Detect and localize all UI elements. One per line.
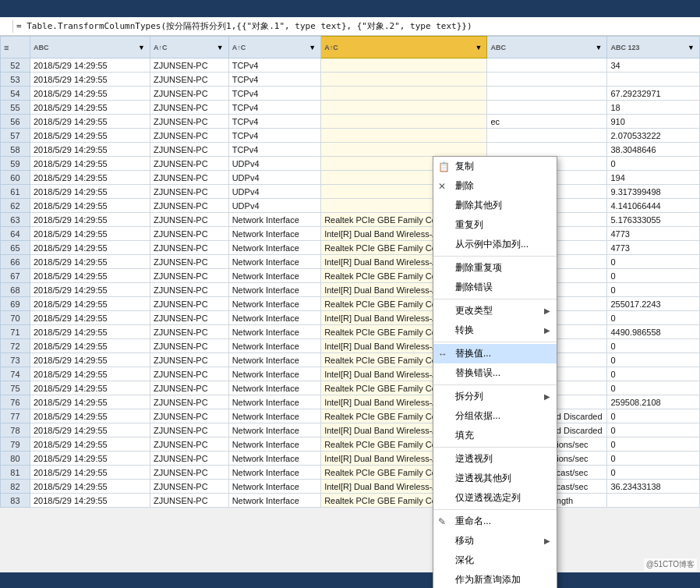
menu-item-unpivot-other[interactable]: 逆透视其他列 xyxy=(433,469,557,488)
cell-val: 194 xyxy=(607,171,700,185)
menu-label-duplicate: 重复列 xyxy=(455,218,483,232)
menu-item-delete[interactable]: ✕删除 xyxy=(433,176,557,196)
table-row: 812018/5/29 14:29:55ZJUNSEN-PCNetwork In… xyxy=(1,466,700,480)
cell-type2 xyxy=(487,129,607,143)
cell-obj1: TCPv4 xyxy=(228,101,320,115)
menu-item-split-column[interactable]: 拆分列▶ xyxy=(433,387,557,406)
cell-obj2 xyxy=(321,115,487,129)
menu-icon-replace-values: ↔ xyxy=(438,349,447,360)
menu-item-remove-duplicates[interactable]: 删除重复项 xyxy=(433,258,557,278)
col-header-computer[interactable]: A↑C ▼ xyxy=(150,37,228,58)
cell-computer: ZJUNSEN-PC xyxy=(150,227,228,241)
menu-item-remove-errors[interactable]: 删除错误 xyxy=(433,278,557,297)
col-header-obj2[interactable]: A↑C ▼ xyxy=(321,37,487,58)
cell-date: 2018/5/29 14:29:55 xyxy=(30,353,150,367)
menu-item-group-by[interactable]: 分组依据... xyxy=(433,406,557,426)
menu-item-unpivot-selected[interactable]: 仅逆透视选定列 xyxy=(433,488,557,508)
row-number: 82 xyxy=(1,480,30,494)
cell-date: 2018/5/29 14:29:55 xyxy=(30,227,150,241)
cell-obj1: Network Interface xyxy=(228,339,320,353)
context-menu: 📋复制✕删除删除其他列重复列从示例中添加列...删除重复项删除错误更改类型▶转换… xyxy=(433,156,557,588)
col-type-computer: A↑C xyxy=(154,44,168,51)
menu-item-change-type[interactable]: 更改类型▶ xyxy=(433,301,557,321)
row-number: 53 xyxy=(1,73,30,87)
menu-item-drill-down[interactable]: 深化 xyxy=(433,551,557,570)
cell-date: 2018/5/29 14:29:55 xyxy=(30,381,150,395)
cell-val: 36.23433138 xyxy=(607,480,700,494)
cell-date: 2018/5/29 14:29:55 xyxy=(30,241,150,255)
menu-item-move[interactable]: 移动▶ xyxy=(433,531,557,551)
submenu-arrow-split-column: ▶ xyxy=(544,392,550,401)
menu-item-delete-other-cols[interactable]: 删除其他列 xyxy=(433,196,557,215)
cell-val: 0 xyxy=(607,339,700,353)
cell-computer: ZJUNSEN-PC xyxy=(150,143,228,157)
col-filter-date[interactable]: ▼ xyxy=(136,44,147,51)
cell-obj1: Network Interface xyxy=(228,255,320,269)
row-number: 76 xyxy=(1,395,30,409)
col-filter-computer[interactable]: ▼ xyxy=(215,44,225,51)
minimize-button[interactable] xyxy=(656,3,667,14)
row-number: 73 xyxy=(1,353,30,367)
col-type-date: ABC xyxy=(34,44,49,51)
row-number: 78 xyxy=(1,423,30,437)
col-filter-val[interactable]: ▼ xyxy=(686,44,696,51)
table-row: 672018/5/29 14:29:55ZJUNSEN-PCNetwork In… xyxy=(1,269,700,283)
menu-label-add-from-example: 从示例中添加列... xyxy=(455,238,529,251)
cell-type2 xyxy=(487,58,607,73)
table-row: 712018/5/29 14:29:55ZJUNSEN-PCNetwork In… xyxy=(1,325,700,339)
table-row: 542018/5/29 14:29:55ZJUNSEN-PCTCPv467.29… xyxy=(1,87,700,101)
col-header-type2[interactable]: ABC ▼ xyxy=(487,37,607,58)
menu-item-copy[interactable]: 📋复制 xyxy=(433,157,557,176)
col-header-obj1[interactable]: A↑C ▼ xyxy=(228,37,320,58)
cell-val: 2.070533222 xyxy=(607,129,700,143)
cell-computer: ZJUNSEN-PC xyxy=(150,466,228,480)
table-row: 832018/5/29 14:29:55ZJUNSEN-PCNetwork In… xyxy=(1,494,700,508)
menu-item-fill[interactable]: 填充 xyxy=(433,426,557,445)
cell-val: 4490.986558 xyxy=(607,325,700,339)
formula-input[interactable] xyxy=(16,21,697,31)
maximize-button[interactable] xyxy=(670,3,681,14)
cell-obj2 xyxy=(321,73,487,87)
cell-computer: ZJUNSEN-PC xyxy=(150,423,228,437)
cell-computer: ZJUNSEN-PC xyxy=(150,297,228,311)
menu-item-unpivot[interactable]: 逆透视列 xyxy=(433,449,557,469)
col-type-type2: ABC xyxy=(490,44,506,51)
row-number: 69 xyxy=(1,297,30,311)
cell-type2 xyxy=(487,101,607,115)
menu-item-replace-values[interactable]: ↔替换值... xyxy=(433,344,557,363)
menu-item-replace-errors[interactable]: 替换错误... xyxy=(433,363,557,383)
cell-date: 2018/5/29 14:29:55 xyxy=(30,171,150,185)
cell-computer: ZJUNSEN-PC xyxy=(150,353,228,367)
cell-val: 38.3048646 xyxy=(607,143,700,157)
cell-obj1: Network Interface xyxy=(228,325,320,339)
submenu-arrow-move: ▶ xyxy=(544,537,550,545)
col-filter-obj2[interactable]: ▼ xyxy=(473,44,483,51)
menu-item-duplicate[interactable]: 重复列 xyxy=(433,215,557,235)
cell-date: 2018/5/29 14:29:55 xyxy=(30,115,150,129)
close-button[interactable] xyxy=(684,3,695,14)
menu-icon-rename: ✎ xyxy=(438,516,446,527)
menu-item-add-from-example[interactable]: 从示例中添加列... xyxy=(433,235,557,254)
table-row: 692018/5/29 14:29:55ZJUNSEN-PCNetwork In… xyxy=(1,297,700,311)
cell-val: 0 xyxy=(607,311,700,325)
cell-obj1: UDPv4 xyxy=(228,157,320,171)
cell-type2 xyxy=(487,87,607,101)
menu-item-add-as-new-query[interactable]: 作为新查询添加 xyxy=(433,570,557,588)
menu-label-transform: 转换 xyxy=(455,324,474,337)
table-row: 592018/5/29 14:29:55ZJUNSEN-PCUDPv40 xyxy=(1,157,700,171)
col-filter-obj1[interactable]: ▼ xyxy=(307,44,317,51)
col-header-val[interactable]: ABC 123 ▼ xyxy=(607,37,700,58)
cell-obj1: Network Interface xyxy=(228,269,320,283)
row-number: 72 xyxy=(1,339,30,353)
table-row: 702018/5/29 14:29:55ZJUNSEN-PCNetwork In… xyxy=(1,311,700,325)
menu-item-rename[interactable]: ✎重命名... xyxy=(433,512,557,531)
menu-item-transform[interactable]: 转换▶ xyxy=(433,321,557,340)
cell-computer: ZJUNSEN-PC xyxy=(150,325,228,339)
cell-type2 xyxy=(487,143,607,157)
col-header-date[interactable]: ABC ▼ xyxy=(30,37,150,58)
menu-label-delete-other-cols: 删除其他列 xyxy=(455,199,502,212)
cell-computer: ZJUNSEN-PC xyxy=(150,395,228,409)
col-filter-type2[interactable]: ▼ xyxy=(594,44,604,51)
table-row: 762018/5/29 14:29:55ZJUNSEN-PCNetwork In… xyxy=(1,395,700,409)
table-row: 722018/5/29 14:29:55ZJUNSEN-PCNetwork In… xyxy=(1,339,700,353)
